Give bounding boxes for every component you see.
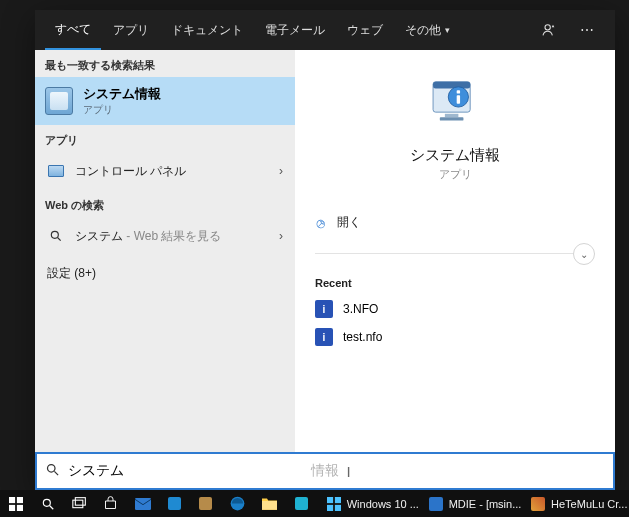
svg-rect-16 xyxy=(17,504,23,510)
chevron-right-icon: › xyxy=(279,164,283,178)
tab-web[interactable]: ウェブ xyxy=(337,10,393,50)
more-options-icon[interactable]: ⋯ xyxy=(569,22,605,38)
svg-rect-14 xyxy=(17,497,23,503)
svg-rect-15 xyxy=(9,504,15,510)
svg-line-18 xyxy=(49,505,53,509)
svg-point-1 xyxy=(51,231,58,238)
feedback-icon[interactable] xyxy=(531,22,567,38)
chevron-down-icon: ▾ xyxy=(445,25,450,35)
svg-rect-24 xyxy=(327,497,333,503)
task-view-button[interactable] xyxy=(63,490,95,517)
search-box[interactable]: 情報 I xyxy=(35,452,615,490)
svg-rect-20 xyxy=(75,498,85,506)
pinned-store-icon[interactable] xyxy=(95,490,127,517)
pinned-app-icon[interactable] xyxy=(285,490,317,517)
pinned-app-icon[interactable] xyxy=(190,490,222,517)
preview-subtitle: アプリ xyxy=(439,167,472,182)
search-ghost-text: 情報 xyxy=(311,462,339,480)
start-button[interactable] xyxy=(0,490,32,517)
task-item[interactable]: MDIE - [msin... xyxy=(421,490,523,517)
svg-point-0 xyxy=(545,25,550,30)
tab-all[interactable]: すべて xyxy=(45,10,101,50)
result-settings[interactable]: 設定 (8+) xyxy=(35,255,295,292)
task-item[interactable]: Windows 10 ... xyxy=(319,490,421,517)
svg-rect-7 xyxy=(457,90,460,93)
taskbar: Windows 10 ... MDIE - [msin... HeTeMuLu … xyxy=(0,490,629,517)
search-tabs: すべて アプリ ドキュメント 電子メール ウェブ その他▾ ⋯ xyxy=(35,10,615,50)
taskbar-search-button[interactable] xyxy=(32,490,64,517)
preview-app-icon xyxy=(427,74,483,130)
svg-rect-9 xyxy=(445,114,459,117)
result-web-system[interactable]: システム - Web 結果を見る › xyxy=(35,217,295,255)
best-match-header: 最も一致する検索結果 xyxy=(35,50,295,77)
pinned-app-icon[interactable] xyxy=(158,490,190,517)
search-panel: すべて アプリ ドキュメント 電子メール ウェブ その他▾ ⋯ 最も一致する検索… xyxy=(35,10,615,490)
nfo-file-icon: i xyxy=(315,328,333,346)
open-icon: ⎋ xyxy=(317,215,325,231)
preview-title: システム情報 xyxy=(410,146,500,165)
apps-header: アプリ xyxy=(35,125,295,152)
nfo-file-icon: i xyxy=(315,300,333,318)
tab-more[interactable]: その他▾ xyxy=(395,10,460,50)
svg-rect-23 xyxy=(262,501,277,510)
preview-divider: ⌄ xyxy=(315,243,595,263)
recent-header: Recent xyxy=(315,277,595,289)
svg-rect-4 xyxy=(433,82,470,89)
svg-line-12 xyxy=(54,471,58,475)
best-match-item[interactable]: システム情報 アプリ xyxy=(35,77,295,125)
text-cursor-icon: I xyxy=(347,463,357,480)
svg-rect-19 xyxy=(73,500,83,508)
chevron-right-icon: › xyxy=(279,229,283,243)
pinned-edge-icon[interactable] xyxy=(222,490,254,517)
task-item[interactable]: HeTeMuLu Cr... xyxy=(523,490,629,517)
svg-rect-25 xyxy=(335,497,341,503)
control-panel-icon xyxy=(47,162,65,180)
tab-apps[interactable]: アプリ xyxy=(103,10,159,50)
search-input[interactable] xyxy=(68,463,309,479)
mdie-icon xyxy=(429,497,443,511)
hetemulu-icon xyxy=(531,497,545,511)
svg-rect-27 xyxy=(335,504,341,510)
pinned-explorer-icon[interactable] xyxy=(254,490,286,517)
svg-line-2 xyxy=(58,238,61,241)
recent-file[interactable]: i 3.NFO xyxy=(315,295,595,323)
svg-rect-21 xyxy=(135,498,151,510)
action-open[interactable]: ⎋ 開く xyxy=(315,204,595,241)
svg-rect-13 xyxy=(9,497,15,503)
expand-toggle[interactable]: ⌄ xyxy=(573,243,595,265)
system-info-icon xyxy=(45,87,73,115)
search-icon xyxy=(47,227,65,245)
results-left-pane: 最も一致する検索結果 システム情報 アプリ アプリ コントロール パネル › W… xyxy=(35,50,295,452)
svg-point-11 xyxy=(48,465,56,473)
tab-email[interactable]: 電子メール xyxy=(255,10,335,50)
preview-pane: システム情報 アプリ ⎋ 開く ⌄ Recent i 3.NFO i test.… xyxy=(295,50,615,452)
svg-rect-10 xyxy=(440,117,464,120)
recent-file[interactable]: i test.nfo xyxy=(315,323,595,351)
web-header: Web の検索 xyxy=(35,190,295,217)
search-icon xyxy=(45,462,60,480)
tab-documents[interactable]: ドキュメント xyxy=(161,10,253,50)
svg-rect-26 xyxy=(327,504,333,510)
result-control-panel[interactable]: コントロール パネル › xyxy=(35,152,295,190)
svg-point-17 xyxy=(43,499,50,506)
best-match-title: システム情報 xyxy=(83,85,161,103)
svg-rect-8 xyxy=(457,95,460,103)
pinned-mail-icon[interactable] xyxy=(127,490,159,517)
best-match-subtitle: アプリ xyxy=(83,103,161,117)
